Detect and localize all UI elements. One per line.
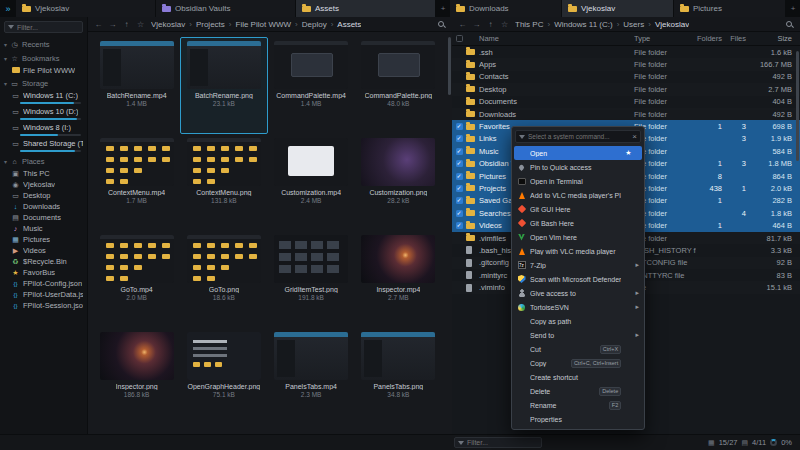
bookmark-icon[interactable]: ☆ xyxy=(499,20,510,29)
new-tab-button[interactable]: + xyxy=(786,0,800,17)
search-icon[interactable] xyxy=(786,21,792,27)
tab[interactable]: Vjekoslav xyxy=(562,0,674,17)
forward-button[interactable]: → xyxy=(107,20,118,29)
sidebar-place-item[interactable]: FPilot-Session.json xyxy=(0,300,87,311)
breadcrumb-segment[interactable]: Vjekoslav xyxy=(655,20,689,29)
pane-filter-input[interactable] xyxy=(467,439,538,446)
context-menu-item[interactable]: Properties ★ ▸ xyxy=(512,412,644,426)
file-tile[interactable]: GridItemTest.png 191.8 kB xyxy=(268,231,355,328)
file-tile[interactable]: GoTo.mp4 2.0 MB xyxy=(93,231,180,328)
file-tile[interactable]: OpenGraphHeader.png 75.1 kB xyxy=(180,328,267,425)
breadcrumb-segment[interactable]: Assets xyxy=(337,20,361,29)
context-menu-item[interactable]: 7-Zip ★ ▸ xyxy=(512,258,644,272)
file-tile[interactable]: BatchRename.mp4 1.4 MB xyxy=(93,37,180,134)
sidebar-section-places[interactable]: ▾ Places xyxy=(0,154,87,168)
context-menu-item[interactable]: Pin to Quick access ★ ▸ xyxy=(512,160,644,174)
sidebar-section-bookmarks[interactable]: ▾ Bookmarks xyxy=(0,51,87,65)
tab[interactable]: Pictures xyxy=(674,0,786,17)
row-checkbox[interactable] xyxy=(456,210,463,217)
context-menu-item[interactable]: Open in Terminal ★ ▸ xyxy=(512,174,644,188)
row-checkbox[interactable] xyxy=(456,222,463,229)
file-tile[interactable]: Inspector.png 186.8 kB xyxy=(93,328,180,425)
breadcrumb-segment[interactable]: Users xyxy=(623,20,655,29)
tab[interactable]: Assets xyxy=(296,0,436,17)
back-button[interactable]: ← xyxy=(457,20,468,29)
file-tile[interactable]: Inspector.mp4 2.7 MB xyxy=(355,231,442,328)
sidebar-drive-item[interactable]: Windows 10 (D:) xyxy=(0,106,87,122)
sidebar-place-item[interactable]: This PC xyxy=(0,168,87,179)
file-tile[interactable]: PanelsTabs.mp4 2.3 MB xyxy=(268,328,355,425)
back-button[interactable]: ← xyxy=(93,20,104,29)
close-icon[interactable]: × xyxy=(632,132,637,141)
row-checkbox[interactable] xyxy=(456,148,463,155)
sidebar-place-item[interactable]: Vjekoslav xyxy=(0,179,87,190)
table-row[interactable]: .ssh File folder 1.6 kB xyxy=(452,46,800,58)
file-tile[interactable]: GoTo.png 18.6 kB xyxy=(180,231,267,328)
sidebar-drive-item[interactable]: Windows 8 (I:) xyxy=(0,122,87,138)
sidebar-place-item[interactable]: FPilot-Config.json xyxy=(0,278,87,289)
sidebar-place-item[interactable]: Documents xyxy=(0,212,87,223)
context-menu-search-input[interactable] xyxy=(528,133,629,140)
select-all-checkbox[interactable] xyxy=(456,35,463,42)
row-checkbox[interactable] xyxy=(456,185,463,192)
sidebar-drive-item[interactable]: Windows 11 (C:) xyxy=(0,90,87,106)
column-header-type[interactable]: Type xyxy=(634,34,696,43)
pane-filter[interactable] xyxy=(454,437,542,448)
sidebar-place-item[interactable]: Desktop xyxy=(0,190,87,201)
context-menu-item[interactable]: Send to ★ ▸ xyxy=(512,328,644,342)
sidebar-place-item[interactable]: FPilot-UserData.json xyxy=(0,289,87,300)
context-menu-item[interactable]: Open ★ ▸ xyxy=(514,146,642,160)
bookmark-icon[interactable]: ☆ xyxy=(135,20,146,29)
breadcrumb-segment[interactable]: Windows 11 (C:) xyxy=(554,20,623,29)
context-menu-search[interactable]: × xyxy=(515,130,641,143)
context-menu-item[interactable]: Copy as path ★ ▸ xyxy=(512,314,644,328)
file-tile[interactable]: Customization.png 28.2 kB xyxy=(355,134,442,231)
sidebar-section-storage[interactable]: ▾ Storage xyxy=(0,76,87,90)
sidebar-place-item[interactable]: Downloads xyxy=(0,201,87,212)
context-menu-item[interactable]: Play with VLC media player ★ ▸ xyxy=(512,244,644,258)
row-checkbox[interactable] xyxy=(456,173,463,180)
scrollbar[interactable] xyxy=(796,51,799,161)
context-menu-item[interactable]: Copy Ctrl+C, Ctrl+Insert ★ ▸ xyxy=(512,356,644,370)
scrollbar[interactable] xyxy=(448,37,451,95)
row-checkbox[interactable] xyxy=(456,123,463,130)
table-row[interactable]: Desktop File folder 2.7 MB xyxy=(452,83,800,95)
sidebar-place-item[interactable]: Pictures xyxy=(0,234,87,245)
table-row[interactable]: Downloads File folder 492 B xyxy=(452,108,800,120)
sidebar-place-item[interactable]: FavorBus xyxy=(0,267,87,278)
table-row[interactable]: Documents File folder 404 B xyxy=(452,96,800,108)
row-checkbox[interactable] xyxy=(456,135,463,142)
file-tile[interactable]: BatchRename.png 23.1 kB xyxy=(180,37,267,134)
tab[interactable]: Vjekoslav xyxy=(16,0,156,17)
sidebar-bookmark-item[interactable]: File Pilot WWW xyxy=(0,65,87,76)
file-tile[interactable]: PanelsTabs.png 34.8 kB xyxy=(355,328,442,425)
search-icon[interactable] xyxy=(438,21,444,27)
tab[interactable]: Obsidian Vaults xyxy=(156,0,296,17)
new-tab-button[interactable]: + xyxy=(436,0,450,17)
up-button[interactable]: ↑ xyxy=(121,20,132,29)
up-button[interactable]: ↑ xyxy=(485,20,496,29)
sidebar-filter[interactable] xyxy=(4,21,83,33)
sidebar-place-item[interactable]: $Recycle.Bin xyxy=(0,256,87,267)
context-menu-item[interactable]: TortoiseSVN ★ ▸ xyxy=(512,300,644,314)
context-menu-item[interactable]: Git GUI Here ★ ▸ xyxy=(512,202,644,216)
context-menu-item[interactable]: Cut Ctrl+X ★ ▸ xyxy=(512,342,644,356)
tab[interactable]: Downloads xyxy=(450,0,562,17)
file-tile[interactable]: Customization.mp4 2.4 MB xyxy=(268,134,355,231)
context-menu-item[interactable]: Open Vim here ★ ▸ xyxy=(512,230,644,244)
row-checkbox[interactable] xyxy=(456,197,463,204)
context-menu-item[interactable]: Add to VLC media player's Playlist ★ ▸ xyxy=(512,188,644,202)
breadcrumb-segment[interactable]: This PC xyxy=(515,20,554,29)
sidebar-filter-input[interactable] xyxy=(17,24,79,31)
column-header-folders[interactable]: Folders xyxy=(696,34,722,43)
row-checkbox[interactable] xyxy=(456,160,463,167)
sidebar-place-item[interactable]: Videos xyxy=(0,245,87,256)
app-logo-icon[interactable]: » xyxy=(0,0,16,17)
breadcrumb-segment[interactable]: File Pilot WWW xyxy=(236,20,302,29)
table-row[interactable]: Contacts File folder 492 B xyxy=(452,71,800,83)
breadcrumb-segment[interactable]: Deploy xyxy=(302,20,338,29)
file-tile[interactable]: ContextMenu.mp4 1.7 MB xyxy=(93,134,180,231)
sidebar-drive-item[interactable]: Shared Storage (T:) xyxy=(0,138,87,154)
context-menu-item[interactable]: Scan with Microsoft Defender... ★ ▸ xyxy=(512,272,644,286)
table-row[interactable]: Apps File folder 166.7 MB xyxy=(452,58,800,70)
